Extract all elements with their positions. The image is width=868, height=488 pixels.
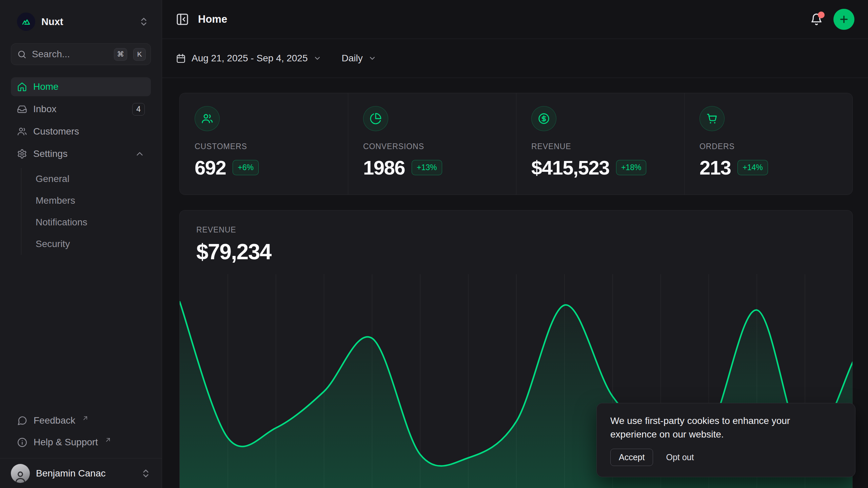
chevrons-up-down-icon bbox=[141, 468, 151, 479]
accept-button[interactable]: Accept bbox=[610, 449, 653, 466]
sidebar-item-label: Customers bbox=[33, 126, 79, 137]
message-bubble-icon bbox=[17, 415, 27, 426]
optout-button[interactable]: Opt out bbox=[666, 452, 694, 462]
cookie-banner: We use first-party cookies to enhance yo… bbox=[596, 403, 855, 477]
revenue-total: $79,234 bbox=[196, 239, 852, 264]
kbd-cmd: ⌘ bbox=[114, 48, 127, 61]
cookie-message: We use first-party cookies to enhance yo… bbox=[610, 414, 817, 441]
sidebar-item-label: Inbox bbox=[33, 104, 57, 115]
stat-card-revenue[interactable]: REVENUE$415,523+18% bbox=[516, 93, 684, 195]
chevron-down-icon bbox=[313, 54, 321, 62]
help-support-link[interactable]: Help & Support bbox=[11, 432, 151, 452]
stat-value: 1986 bbox=[363, 156, 405, 179]
workspace-switcher[interactable]: Nuxt bbox=[11, 12, 151, 32]
sidebar-collapse-button[interactable] bbox=[176, 13, 189, 26]
stat-card-customers[interactable]: CUSTOMERS692+6% bbox=[180, 93, 348, 195]
notification-dot bbox=[818, 12, 825, 18]
search-icon bbox=[17, 50, 26, 59]
user-avatar bbox=[11, 464, 30, 483]
stat-icon-circle bbox=[195, 106, 220, 131]
gear-icon bbox=[17, 149, 27, 159]
feedback-link[interactable]: Feedback bbox=[11, 411, 151, 430]
sidebar-spacer bbox=[11, 255, 151, 411]
link-label: Help & Support bbox=[34, 437, 98, 448]
cookie-actions: Accept Opt out bbox=[610, 449, 842, 466]
sidebar-nav: HomeInbox4CustomersSettingsGeneralMember… bbox=[11, 77, 151, 255]
stat-label: CONVERSIONS bbox=[363, 142, 501, 151]
app: Nuxt ⌘ K HomeInbox4CustomersSettingsGene… bbox=[0, 0, 868, 488]
arrow-up-right-icon bbox=[103, 436, 113, 443]
chevron-up-icon bbox=[135, 149, 145, 159]
sidebar-subitem-general[interactable]: General bbox=[21, 168, 151, 190]
sidebar-submenu: GeneralMembersNotificationsSecurity bbox=[21, 168, 151, 255]
sidebar-item-customers[interactable]: Customers bbox=[11, 122, 151, 141]
date-range-label: Aug 21, 2025 - Sep 4, 2025 bbox=[192, 53, 308, 64]
stats-grid: CUSTOMERS692+6%CONVERSIONS1986+13%REVENU… bbox=[179, 93, 853, 195]
chevron-down-icon bbox=[368, 54, 376, 62]
stat-label: REVENUE bbox=[531, 142, 669, 151]
sidebar-item-inbox[interactable]: Inbox4 bbox=[11, 100, 151, 119]
info-circle-icon bbox=[17, 437, 27, 448]
revenue-header: REVENUE $79,234 bbox=[180, 210, 852, 264]
sidebar-footer-links: FeedbackHelp & Support bbox=[11, 411, 151, 458]
stat-value: 213 bbox=[699, 156, 731, 179]
inbox-badge: 4 bbox=[132, 103, 145, 116]
shopping-cart-icon bbox=[706, 113, 718, 125]
calendar-icon bbox=[176, 53, 186, 64]
circle-dollar-icon bbox=[538, 113, 550, 125]
add-button[interactable] bbox=[833, 9, 854, 30]
stat-icon-circle bbox=[531, 106, 556, 131]
sidebar-item-settings[interactable]: Settings bbox=[11, 144, 151, 163]
stat-delta-badge: +14% bbox=[737, 160, 768, 175]
kbd-k: K bbox=[133, 48, 146, 61]
arrow-up-right-icon bbox=[80, 415, 91, 422]
stat-value-row: $415,523+18% bbox=[531, 156, 669, 179]
sidebar-item-home[interactable]: Home bbox=[11, 77, 151, 96]
user-name: Benjamin Canac bbox=[36, 468, 105, 479]
stat-value-row: 692+6% bbox=[195, 156, 333, 179]
stat-delta-badge: +13% bbox=[412, 160, 442, 175]
revenue-label: REVENUE bbox=[196, 225, 852, 235]
page-title: Home bbox=[198, 13, 227, 25]
main-header: Home bbox=[162, 0, 868, 39]
search-box[interactable]: ⌘ K bbox=[11, 43, 151, 65]
stat-value-row: 213+14% bbox=[699, 156, 837, 179]
stat-label: ORDERS bbox=[699, 142, 837, 151]
notifications-button[interactable] bbox=[810, 13, 823, 26]
workspace-name: Nuxt bbox=[41, 16, 63, 27]
date-range-button[interactable]: Aug 21, 2025 - Sep 4, 2025 bbox=[176, 53, 321, 64]
main-panel: Home bbox=[162, 0, 868, 488]
sidebar: Nuxt ⌘ K HomeInbox4CustomersSettingsGene… bbox=[0, 0, 162, 488]
stat-icon-circle bbox=[363, 106, 388, 131]
nuxt-logo-icon bbox=[17, 13, 35, 31]
sidebar-subitem-security[interactable]: Security bbox=[21, 233, 151, 255]
stat-value-row: 1986+13% bbox=[363, 156, 501, 179]
pie-chart-icon bbox=[370, 113, 382, 125]
inbox-icon bbox=[17, 104, 27, 114]
sidebar-item-label: Settings bbox=[33, 148, 67, 159]
period-select[interactable]: Daily bbox=[342, 53, 376, 64]
toolbar: Aug 21, 2025 - Sep 4, 2025 Daily bbox=[162, 39, 868, 78]
home-icon bbox=[17, 82, 27, 92]
stat-card-conversions[interactable]: CONVERSIONS1986+13% bbox=[348, 93, 516, 195]
header-actions bbox=[810, 9, 854, 30]
users-icon bbox=[17, 126, 27, 137]
stat-icon-circle bbox=[699, 106, 725, 131]
stat-value: $415,523 bbox=[531, 156, 609, 179]
stat-delta-badge: +6% bbox=[233, 160, 259, 175]
sidebar-subitem-notifications[interactable]: Notifications bbox=[21, 211, 151, 233]
users-icon bbox=[201, 113, 213, 125]
stat-label: CUSTOMERS bbox=[195, 142, 333, 151]
stat-delta-badge: +18% bbox=[616, 160, 646, 175]
sidebar-subitem-members[interactable]: Members bbox=[21, 190, 151, 211]
sidebar-item-label: Home bbox=[33, 81, 59, 92]
stat-value: 692 bbox=[195, 156, 226, 179]
plus-icon bbox=[839, 14, 849, 25]
link-label: Feedback bbox=[34, 415, 75, 426]
period-label: Daily bbox=[342, 53, 363, 64]
chevrons-up-down-icon bbox=[139, 17, 149, 27]
search-input[interactable] bbox=[31, 48, 108, 60]
user-menu[interactable]: Benjamin Canac bbox=[0, 458, 162, 488]
stat-card-orders[interactable]: ORDERS213+14% bbox=[684, 93, 852, 195]
